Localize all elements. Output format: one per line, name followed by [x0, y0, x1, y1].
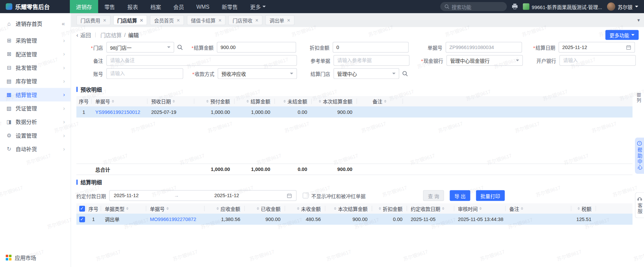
- nav-item-label: 进销存: [76, 3, 92, 10]
- chevron-right-icon: ›: [63, 92, 65, 98]
- nav-item-WMS[interactable]: WMS: [190, 0, 216, 13]
- tab-储值卡结算[interactable]: 储值卡结算×: [187, 15, 226, 25]
- store-search-icon[interactable]: [174, 44, 186, 50]
- column-header: 预付金额: [194, 96, 234, 106]
- remark-input[interactable]: [106, 55, 297, 66]
- settle-date-input[interactable]: [559, 42, 635, 53]
- column-header: 预收日期: [147, 96, 194, 106]
- doc-no-input[interactable]: [446, 42, 522, 53]
- column-header-label: 备注: [509, 205, 519, 212]
- store-selector[interactable]: 99661-新界面果蔬版测试-管理...: [523, 3, 602, 10]
- store-value: 98|门店一: [110, 44, 132, 51]
- column-header: 备注: [357, 96, 403, 106]
- user-menu[interactable]: 苏尔银: [607, 2, 638, 10]
- sidebar-item-app-market[interactable]: 应用市场: [0, 251, 71, 265]
- cell-value: 调出单: [105, 216, 120, 223]
- store-select[interactable]: 98|门店一: [106, 42, 174, 53]
- column-header-label: 单据号: [95, 98, 110, 105]
- settle-store-search-icon[interactable]: [399, 71, 411, 76]
- nav-item-新零售[interactable]: 新零售: [216, 0, 244, 13]
- customer-service-tab[interactable]: 客服: [635, 192, 644, 218]
- sidebar-item-结算管理[interactable]: ▦结算管理›: [0, 88, 71, 101]
- column-header: 单据类型: [101, 203, 146, 214]
- filler-cell: [596, 214, 633, 225]
- columns-icon: ▥: [637, 92, 641, 98]
- total-cell: 总合计: [91, 164, 147, 175]
- settle-store-select[interactable]: 管理中心: [333, 68, 399, 79]
- close-icon[interactable]: ×: [219, 17, 222, 23]
- open-bank-input[interactable]: [559, 55, 636, 66]
- cell-value: 1: [82, 109, 85, 115]
- tab-调出单[interactable]: 调出单×: [265, 15, 294, 25]
- query-button[interactable]: 查 询: [423, 190, 444, 201]
- account-input[interactable]: [106, 68, 183, 79]
- nav-item-档案[interactable]: 档案: [144, 0, 167, 13]
- settle-amount-input[interactable]: [217, 42, 296, 53]
- sidebar-item-批发管理[interactable]: ⊟批发管理›: [0, 61, 71, 74]
- tab-overflow-chevron-icon[interactable]: ▾: [637, 17, 640, 23]
- ref-doc-input[interactable]: [333, 55, 409, 66]
- column-header: 序号: [77, 96, 91, 106]
- doc-link[interactable]: YS99661992150012: [95, 109, 140, 115]
- more-functions-button[interactable]: 更多功能: [605, 30, 639, 40]
- tab-label: 门店费用: [81, 17, 100, 24]
- tab-会员首页[interactable]: 会员首页×: [150, 15, 184, 25]
- close-icon[interactable]: ×: [103, 17, 106, 23]
- sidebar-item-配送管理[interactable]: ⊠配送管理›: [0, 47, 71, 61]
- tab-门店费用[interactable]: 门店费用×: [77, 15, 110, 25]
- close-icon[interactable]: ×: [140, 17, 143, 23]
- arrow-right-icon: →: [142, 193, 211, 198]
- global-search-input[interactable]: 搜索功能: [440, 2, 507, 11]
- table-row[interactable]: ✓1调出单MO996619922708721,380.56900.00480.5…: [77, 214, 633, 225]
- close-icon[interactable]: ×: [287, 17, 290, 23]
- help-center-tab[interactable]: ? 帮助中心: [635, 138, 644, 174]
- select-all-checkbox[interactable]: ✓: [79, 206, 85, 211]
- hide-reversed-checkbox[interactable]: [303, 193, 309, 198]
- total-cell: 1,000.00: [194, 164, 234, 175]
- sidebar-item-自动补货[interactable]: ↻自动补货›: [0, 142, 71, 155]
- doc-link[interactable]: MO99661992270872: [150, 216, 196, 222]
- settle-store-value: 管理中心: [337, 70, 357, 77]
- close-icon[interactable]: ×: [177, 17, 180, 23]
- nav-item-报表[interactable]: 报表: [121, 0, 144, 13]
- sidebar-item-数据分析[interactable]: ◨数据分析›: [0, 115, 71, 128]
- cell-value: 125.51: [577, 216, 592, 222]
- collapse-sidebar-icon[interactable]: «: [62, 20, 65, 27]
- tab-label: 会员首页: [154, 17, 174, 24]
- nav-item-会员[interactable]: 会员: [167, 0, 190, 13]
- table-row[interactable]: 1YS996619921500122025-07-191,000.001,000…: [77, 106, 633, 118]
- settlement-filter: 约定付款日期 2025-11-12 → 2025-11-12 不显示冲红和被冲红…: [71, 189, 644, 204]
- topbar-right: 搜索功能 99661-新界面果蔬版测试-管理... 苏尔银: [440, 2, 644, 11]
- sidebar-item-设置管理[interactable]: ⚙设置管理›: [0, 129, 71, 142]
- date-range-input[interactable]: 2025-11-12 → 2025-11-12: [109, 190, 296, 201]
- cell-value: 0.00: [297, 109, 307, 115]
- due-date-label: 约定付款日期: [77, 192, 106, 199]
- printer-icon[interactable]: [512, 4, 518, 9]
- close-icon[interactable]: ×: [255, 17, 258, 23]
- sidebar-item-采购管理[interactable]: ⊞采购管理›: [0, 34, 71, 47]
- nav-item-更多[interactable]: 更多: [244, 0, 272, 13]
- nav-item-进销存[interactable]: 进销存: [70, 0, 98, 13]
- batch-print-button[interactable]: 批量打印: [476, 190, 505, 201]
- column-header-label: 序号: [79, 98, 89, 105]
- column-settings-button[interactable]: ▥列: [637, 92, 641, 103]
- export-button[interactable]: 导 出: [450, 190, 470, 201]
- settings-icon: ⚙: [6, 132, 12, 138]
- column-header: 单据号: [146, 203, 204, 214]
- discount-amount-input[interactable]: [333, 42, 409, 53]
- cell-value: 1,000.00: [251, 109, 270, 115]
- sidebar-home[interactable]: ⌂ 进销存首页 «: [0, 16, 71, 31]
- tab-门店预收[interactable]: 门店预收×: [229, 15, 263, 25]
- doc-no-label: 单据号: [409, 44, 446, 51]
- store-name: 99661-新界面果蔬版测试-管理...: [532, 3, 602, 10]
- receive-method-select[interactable]: 预收冲应收: [218, 68, 297, 79]
- row-checkbox[interactable]: ✓: [79, 216, 85, 222]
- sidebar-item-凭证管理[interactable]: ▧凭证管理›: [0, 101, 71, 115]
- cash-bank-select[interactable]: 管理中心现金银行: [447, 55, 523, 66]
- sidebar-item-库存管理[interactable]: ▤库存管理›: [0, 74, 71, 88]
- table-cell: [505, 214, 571, 225]
- table-cell: [357, 106, 403, 118]
- nav-item-零售[interactable]: 零售: [98, 0, 121, 13]
- tab-门店结算[interactable]: 门店结算×: [113, 15, 147, 25]
- back-button[interactable]: ‹返回: [77, 31, 91, 39]
